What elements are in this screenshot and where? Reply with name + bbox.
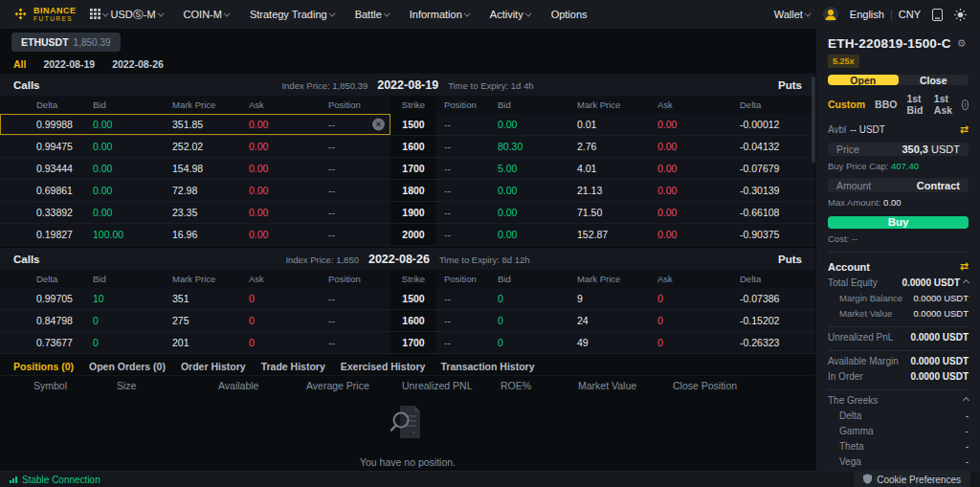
nav-menu-information[interactable]: Information xyxy=(410,9,471,20)
put-side[interactable]: --5.004.010.00-0.07679 xyxy=(436,158,815,179)
option-row[interactable]: 0.19827100.0016.960.00--2000--0.00152.87… xyxy=(0,224,815,246)
transfer-icon[interactable]: ⇄ xyxy=(960,260,969,273)
call-side[interactable]: 0.7367702010-- xyxy=(0,332,390,353)
buy-price-cap-value: 407.40 xyxy=(891,161,919,171)
put-cell: 0.00 xyxy=(657,185,740,196)
call-side[interactable]: 0.99705103510-- xyxy=(0,288,390,309)
greek-row-gamma: Gamma- xyxy=(828,426,969,436)
no-data-icon xyxy=(385,399,431,447)
close-icon[interactable]: × xyxy=(372,119,385,131)
put-side[interactable]: --0490-0.26323 xyxy=(436,332,815,353)
positions-tab-positions-0[interactable]: Positions (0) xyxy=(13,361,74,372)
put-side[interactable]: --090-0.07386 xyxy=(436,288,815,309)
positions-tab-transaction-history[interactable]: Transaction History xyxy=(440,361,534,372)
call-cell: -- xyxy=(328,337,390,348)
account-equity-rows: Total Equity0.0000 USDTMargin Balance0.0… xyxy=(828,273,969,319)
strike-cell: 1500 xyxy=(390,114,436,135)
option-row[interactable]: 0.934440.00154.980.00--1700--5.004.010.0… xyxy=(0,158,815,180)
option-row[interactable]: 0.338920.0023.350.00--1900--0.0071.500.0… xyxy=(0,202,815,224)
call-side[interactable]: 0.8479802750-- xyxy=(0,310,390,331)
nav-menu-battle[interactable]: Battle xyxy=(355,9,390,20)
option-row[interactable]: 0.999880.00351.850.00--×1500--0.000.010.… xyxy=(0,114,815,136)
call-cell: 100.00 xyxy=(93,229,172,240)
order-type-custom[interactable]: Custom xyxy=(828,99,865,110)
mobile-app-icon[interactable] xyxy=(932,9,943,21)
date-tab-all[interactable]: All xyxy=(13,58,26,70)
option-row[interactable]: 0.994750.00252.020.00--1600--80.302.760.… xyxy=(0,136,815,158)
divider xyxy=(828,326,969,327)
contract-unit: Contract xyxy=(917,180,960,191)
nav-menu-activity[interactable]: Activity xyxy=(490,9,532,20)
avatar[interactable] xyxy=(823,7,838,22)
order-type-bbo[interactable]: BBO xyxy=(875,99,897,110)
price-input[interactable]: Price 350,3 USDT xyxy=(828,143,969,156)
vertical-scrollbar[interactable] xyxy=(812,77,815,163)
date-tabs: All2022-08-192022-08-26 xyxy=(0,55,815,72)
call-cell: 252.02 xyxy=(172,141,249,152)
call-cell: 0.00 xyxy=(249,185,328,196)
order-type-1st-bid[interactable]: 1st Bid xyxy=(906,93,924,116)
date-tab-2022-08-19[interactable]: 2022-08-19 xyxy=(43,58,95,70)
open-tab[interactable]: Open xyxy=(828,75,899,85)
order-type-1st-ask[interactable]: 1st Ask xyxy=(934,93,952,116)
column-header: Mark Price xyxy=(172,100,249,110)
positions-tab-exercised-history[interactable]: Exercised History xyxy=(341,361,426,372)
gear-icon[interactable]: ⚙ xyxy=(957,37,967,50)
call-side[interactable]: 0.338920.0023.350.00-- xyxy=(0,202,390,223)
put-side[interactable]: --0.00152.870.00-0.90375 xyxy=(436,224,815,245)
shield-icon xyxy=(863,474,872,486)
call-side[interactable]: 0.19827100.0016.960.00-- xyxy=(0,224,390,245)
call-side[interactable]: 0.999880.00351.850.00--× xyxy=(0,114,390,135)
nav-menu-label: Strategy Trading xyxy=(250,9,327,20)
put-side[interactable]: --0240-0.15202 xyxy=(436,310,815,331)
put-side[interactable]: --0.0071.500.00-0.66108 xyxy=(436,202,815,223)
account-row-margin-balance: Margin Balance0.0000 USDT xyxy=(828,293,969,303)
cookie-label: Cookie Preferences xyxy=(877,475,961,485)
currency-label[interactable]: CNY xyxy=(899,9,921,20)
nav-menu-usd-m[interactable]: USDⓈ-M xyxy=(111,8,165,22)
call-cell: 72.98 xyxy=(172,185,249,196)
theme-sun-icon[interactable] xyxy=(954,9,967,21)
cookie-preferences[interactable]: Cookie Preferences xyxy=(854,472,970,487)
option-row[interactable]: 0.7367702010--1700--0490-0.26323 xyxy=(0,332,815,354)
nav-menu-options[interactable]: Options xyxy=(551,9,588,20)
positions-tab-open-orders-0[interactable]: Open Orders (0) xyxy=(89,361,166,372)
symbol-tab[interactable]: ETHUSDT 1,850.39 xyxy=(11,33,121,52)
option-row[interactable]: 0.8479802750--1600--0240-0.15202 xyxy=(0,310,815,332)
nav-menu-coin-m[interactable]: COIN-M xyxy=(184,9,231,20)
column-header: Bid xyxy=(498,274,577,284)
close-tab[interactable]: Close xyxy=(899,75,969,85)
put-side[interactable]: --80.302.760.00-0.04132 xyxy=(436,136,815,157)
apps-grid-menu[interactable] xyxy=(90,9,109,21)
positions-tab-order-history[interactable]: Order History xyxy=(181,361,246,372)
language-label[interactable]: English xyxy=(850,9,884,20)
column-header: Ask xyxy=(657,274,740,284)
call-side[interactable]: 0.994750.00252.020.00-- xyxy=(0,136,390,157)
locale-switch[interactable]: English | CNY xyxy=(850,9,921,20)
call-side[interactable]: 0.698610.0072.980.00-- xyxy=(0,180,390,201)
put-cell: -- xyxy=(436,185,498,196)
call-cell: 0.00 xyxy=(249,229,328,240)
buy-button[interactable]: Buy xyxy=(828,216,969,229)
option-row[interactable]: 0.698610.0072.980.00--1800--0.0021.130.0… xyxy=(0,180,815,202)
call-side[interactable]: 0.934440.00154.980.00-- xyxy=(0,158,390,179)
amount-unit: Contract xyxy=(917,180,960,191)
column-header: Bid xyxy=(93,274,172,284)
put-side[interactable]: --0.000.010.00-0.00012 xyxy=(436,114,815,135)
greeks-header[interactable]: The Greeks xyxy=(828,395,969,406)
put-side[interactable]: --0.0021.130.00-0.30139 xyxy=(436,180,815,201)
column-header: Delta xyxy=(740,100,815,110)
date-tab-2022-08-26[interactable]: 2022-08-26 xyxy=(112,58,164,70)
put-cell: 0.00 xyxy=(657,141,740,152)
option-row[interactable]: 0.99705103510--1500--090-0.07386 xyxy=(0,288,815,310)
nav-menu-strategy-trading[interactable]: Strategy Trading xyxy=(250,9,336,20)
put-cell: 0.00 xyxy=(657,229,740,240)
amount-input[interactable]: Amount Contract xyxy=(828,178,969,191)
info-icon[interactable]: i xyxy=(962,100,969,110)
transfer-icon[interactable]: ⇄ xyxy=(960,123,969,136)
wallet-menu[interactable]: Wallet xyxy=(774,9,812,20)
binance-futures-logo[interactable]: BINANCE FUTURES xyxy=(13,7,77,23)
chevron-down-icon xyxy=(804,10,811,16)
account-margin-rows: Available Margin0.0000 USDTIn Order0.000… xyxy=(828,351,969,382)
positions-tab-trade-history[interactable]: Trade History xyxy=(261,361,325,372)
